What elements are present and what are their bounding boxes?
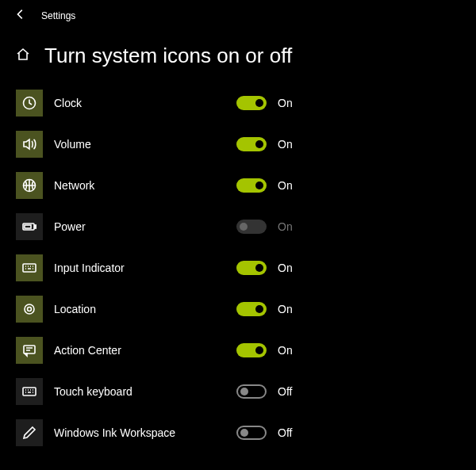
- settings-label: Settings: [41, 10, 75, 21]
- state-label-location: On: [267, 303, 293, 315]
- battery-icon: [16, 213, 43, 240]
- row-clock: ClockOn: [16, 82, 476, 124]
- state-label-volume: On: [267, 138, 293, 151]
- row-location: LocationOn: [16, 288, 476, 330]
- page-title: Turn system icons on or off: [44, 44, 292, 68]
- state-label-input-indicator: On: [267, 262, 293, 274]
- pen-icon: [16, 419, 43, 446]
- row-action-center: Action CenterOn: [16, 330, 476, 371]
- toggle-clock[interactable]: [236, 96, 267, 110]
- state-label-clock: On: [267, 97, 293, 109]
- toggle-input-indicator[interactable]: [236, 261, 267, 275]
- toggle-network[interactable]: [236, 178, 267, 193]
- label-network: Network: [43, 179, 236, 192]
- keyboard-icon: [16, 378, 43, 405]
- toggle-volume[interactable]: [236, 137, 267, 151]
- back-icon[interactable]: [14, 8, 27, 23]
- state-label-windows-ink-workspace: Off: [267, 426, 292, 439]
- row-touch-keyboard: Touch keyboardOff: [16, 371, 476, 412]
- clock-icon: [16, 90, 43, 117]
- label-power: Power: [43, 220, 236, 233]
- row-power: PowerOn: [16, 206, 476, 247]
- row-volume: VolumeOn: [16, 124, 476, 165]
- system-icons-list: ClockOnVolumeOnNetworkOnPowerOnInput Ind…: [0, 76, 476, 453]
- keyboard-icon: [16, 254, 43, 281]
- toggle-action-center[interactable]: [236, 343, 267, 357]
- home-icon[interactable]: [16, 48, 30, 64]
- toggle-location[interactable]: [236, 302, 267, 316]
- location-icon: [16, 296, 43, 323]
- row-network: NetworkOn: [16, 165, 476, 206]
- label-touch-keyboard: Touch keyboard: [43, 385, 236, 398]
- action-center-icon: [16, 337, 43, 364]
- label-action-center: Action Center: [43, 344, 236, 357]
- state-label-power: On: [267, 220, 293, 233]
- state-label-network: On: [267, 179, 293, 192]
- state-label-touch-keyboard: Off: [267, 385, 292, 398]
- toggle-windows-ink-workspace[interactable]: [236, 426, 267, 440]
- label-clock: Clock: [43, 97, 236, 109]
- toggle-touch-keyboard[interactable]: [236, 384, 267, 399]
- label-location: Location: [43, 303, 236, 315]
- volume-icon: [16, 131, 43, 158]
- globe-icon: [16, 172, 43, 199]
- state-label-action-center: On: [267, 344, 293, 357]
- label-input-indicator: Input Indicator: [43, 262, 236, 274]
- row-windows-ink-workspace: Windows Ink WorkspaceOff: [16, 412, 476, 453]
- toggle-power: [236, 220, 267, 234]
- label-windows-ink-workspace: Windows Ink Workspace: [43, 426, 236, 439]
- label-volume: Volume: [43, 138, 236, 151]
- row-input-indicator: Input IndicatorOn: [16, 247, 476, 288]
